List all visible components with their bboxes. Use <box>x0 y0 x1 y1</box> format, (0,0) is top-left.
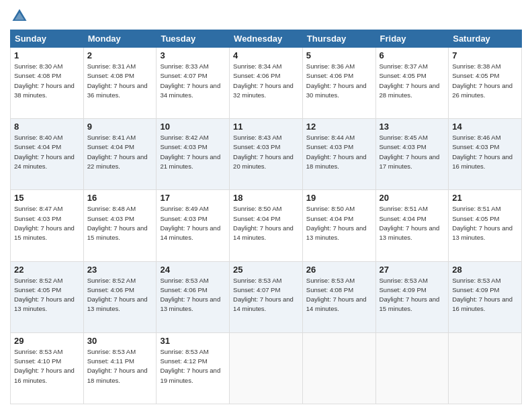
calendar-cell: 22Sunrise: 8:52 AMSunset: 4:05 PMDayligh… <box>11 261 84 332</box>
day-info: Sunrise: 8:51 AMSunset: 4:04 PMDaylight:… <box>380 204 445 242</box>
day-number: 27 <box>380 265 445 275</box>
calendar-week-row: 8Sunrise: 8:40 AMSunset: 4:04 PMDaylight… <box>11 119 522 190</box>
day-info: Sunrise: 8:50 AMSunset: 4:04 PMDaylight:… <box>306 204 372 242</box>
day-number: 8 <box>14 122 80 132</box>
calendar-cell: 7Sunrise: 8:38 AMSunset: 4:05 PMDaylight… <box>449 48 522 119</box>
day-info: Sunrise: 8:53 AMSunset: 4:06 PMDaylight:… <box>160 276 226 314</box>
calendar-week-row: 15Sunrise: 8:47 AMSunset: 4:03 PMDayligh… <box>11 190 522 261</box>
calendar-cell: 4Sunrise: 8:34 AMSunset: 4:06 PMDaylight… <box>230 48 303 119</box>
day-info: Sunrise: 8:34 AMSunset: 4:06 PMDaylight:… <box>233 62 299 100</box>
day-info: Sunrise: 8:53 AMSunset: 4:07 PMDaylight:… <box>233 276 299 314</box>
day-info: Sunrise: 8:51 AMSunset: 4:05 PMDaylight:… <box>452 204 518 242</box>
day-number: 11 <box>233 122 299 132</box>
day-info: Sunrise: 8:53 AMSunset: 4:09 PMDaylight:… <box>452 276 518 314</box>
day-number: 20 <box>380 193 445 203</box>
calendar-cell: 6Sunrise: 8:37 AMSunset: 4:05 PMDaylight… <box>375 48 449 119</box>
calendar-cell: 26Sunrise: 8:53 AMSunset: 4:08 PMDayligh… <box>302 261 375 332</box>
day-header-thursday: Thursday <box>302 30 375 48</box>
day-info: Sunrise: 8:30 AMSunset: 4:08 PMDaylight:… <box>14 62 80 100</box>
day-header-sunday: Sunday <box>11 30 84 48</box>
day-number: 31 <box>160 336 226 346</box>
calendar-cell: 3Sunrise: 8:33 AMSunset: 4:07 PMDaylight… <box>157 48 230 119</box>
day-header-wednesday: Wednesday <box>230 30 303 48</box>
calendar-cell: 15Sunrise: 8:47 AMSunset: 4:03 PMDayligh… <box>11 190 84 261</box>
day-info: Sunrise: 8:37 AMSunset: 4:05 PMDaylight:… <box>380 62 445 100</box>
day-number: 16 <box>87 193 153 203</box>
day-number: 4 <box>233 50 299 60</box>
day-info: Sunrise: 8:31 AMSunset: 4:08 PMDaylight:… <box>87 62 153 100</box>
calendar-cell: 9Sunrise: 8:41 AMSunset: 4:04 PMDaylight… <box>83 119 157 190</box>
calendar-cell: 29Sunrise: 8:53 AMSunset: 4:10 PMDayligh… <box>11 332 84 404</box>
calendar-cell: 18Sunrise: 8:50 AMSunset: 4:04 PMDayligh… <box>230 190 303 261</box>
day-header-tuesday: Tuesday <box>157 30 230 48</box>
calendar-cell: 2Sunrise: 8:31 AMSunset: 4:08 PMDaylight… <box>83 48 157 119</box>
calendar-cell: 8Sunrise: 8:40 AMSunset: 4:04 PMDaylight… <box>11 119 84 190</box>
day-number: 6 <box>380 50 445 60</box>
day-info: Sunrise: 8:46 AMSunset: 4:03 PMDaylight:… <box>452 133 518 171</box>
day-number: 21 <box>452 193 518 203</box>
day-number: 10 <box>160 122 226 132</box>
day-info: Sunrise: 8:53 AMSunset: 4:10 PMDaylight:… <box>14 347 80 385</box>
day-number: 26 <box>306 265 372 275</box>
day-number: 12 <box>306 122 372 132</box>
logo-icon <box>10 7 29 26</box>
calendar-cell: 27Sunrise: 8:53 AMSunset: 4:09 PMDayligh… <box>375 261 449 332</box>
calendar-cell: 17Sunrise: 8:49 AMSunset: 4:03 PMDayligh… <box>157 190 230 261</box>
day-info: Sunrise: 8:53 AMSunset: 4:09 PMDaylight:… <box>380 276 445 314</box>
calendar-table: SundayMondayTuesdayWednesdayThursdayFrid… <box>10 30 522 404</box>
day-info: Sunrise: 8:41 AMSunset: 4:04 PMDaylight:… <box>87 133 153 171</box>
day-info: Sunrise: 8:53 AMSunset: 4:11 PMDaylight:… <box>87 347 153 385</box>
day-info: Sunrise: 8:44 AMSunset: 4:03 PMDaylight:… <box>306 133 372 171</box>
calendar-cell: 10Sunrise: 8:42 AMSunset: 4:03 PMDayligh… <box>157 119 230 190</box>
calendar-cell <box>302 332 375 404</box>
day-number: 30 <box>87 336 153 346</box>
header <box>10 7 522 26</box>
logo <box>10 7 32 26</box>
day-number: 1 <box>14 50 80 60</box>
day-info: Sunrise: 8:38 AMSunset: 4:05 PMDaylight:… <box>452 62 518 100</box>
day-info: Sunrise: 8:49 AMSunset: 4:03 PMDaylight:… <box>160 204 226 242</box>
day-number: 9 <box>87 122 153 132</box>
day-info: Sunrise: 8:52 AMSunset: 4:05 PMDaylight:… <box>14 276 80 314</box>
day-number: 13 <box>380 122 445 132</box>
calendar-cell <box>449 332 522 404</box>
calendar-cell: 16Sunrise: 8:48 AMSunset: 4:03 PMDayligh… <box>83 190 157 261</box>
calendar-cell: 19Sunrise: 8:50 AMSunset: 4:04 PMDayligh… <box>302 190 375 261</box>
calendar-cell: 31Sunrise: 8:53 AMSunset: 4:12 PMDayligh… <box>157 332 230 404</box>
calendar-week-row: 1Sunrise: 8:30 AMSunset: 4:08 PMDaylight… <box>11 48 522 119</box>
calendar-cell: 25Sunrise: 8:53 AMSunset: 4:07 PMDayligh… <box>230 261 303 332</box>
calendar-cell: 23Sunrise: 8:52 AMSunset: 4:06 PMDayligh… <box>83 261 157 332</box>
day-info: Sunrise: 8:53 AMSunset: 4:08 PMDaylight:… <box>306 276 372 314</box>
day-info: Sunrise: 8:48 AMSunset: 4:03 PMDaylight:… <box>87 204 153 242</box>
calendar-cell: 20Sunrise: 8:51 AMSunset: 4:04 PMDayligh… <box>375 190 449 261</box>
calendar-cell: 14Sunrise: 8:46 AMSunset: 4:03 PMDayligh… <box>449 119 522 190</box>
calendar-cell: 1Sunrise: 8:30 AMSunset: 4:08 PMDaylight… <box>11 48 84 119</box>
day-info: Sunrise: 8:52 AMSunset: 4:06 PMDaylight:… <box>87 276 153 314</box>
calendar-cell: 28Sunrise: 8:53 AMSunset: 4:09 PMDayligh… <box>449 261 522 332</box>
day-header-monday: Monday <box>83 30 157 48</box>
day-number: 3 <box>160 50 226 60</box>
calendar-cell <box>230 332 303 404</box>
calendar-week-row: 22Sunrise: 8:52 AMSunset: 4:05 PMDayligh… <box>11 261 522 332</box>
day-number: 18 <box>233 193 299 203</box>
day-number: 29 <box>14 336 80 346</box>
day-info: Sunrise: 8:43 AMSunset: 4:03 PMDaylight:… <box>233 133 299 171</box>
calendar-header-row: SundayMondayTuesdayWednesdayThursdayFrid… <box>11 30 522 48</box>
calendar-cell <box>375 332 449 404</box>
day-info: Sunrise: 8:45 AMSunset: 4:03 PMDaylight:… <box>380 133 445 171</box>
day-info: Sunrise: 8:53 AMSunset: 4:12 PMDaylight:… <box>160 347 226 385</box>
day-number: 2 <box>87 50 153 60</box>
calendar-cell: 11Sunrise: 8:43 AMSunset: 4:03 PMDayligh… <box>230 119 303 190</box>
day-header-friday: Friday <box>375 30 449 48</box>
day-info: Sunrise: 8:40 AMSunset: 4:04 PMDaylight:… <box>14 133 80 171</box>
day-number: 7 <box>452 50 518 60</box>
calendar-cell: 13Sunrise: 8:45 AMSunset: 4:03 PMDayligh… <box>375 119 449 190</box>
calendar-cell: 30Sunrise: 8:53 AMSunset: 4:11 PMDayligh… <box>83 332 157 404</box>
day-number: 15 <box>14 193 80 203</box>
day-info: Sunrise: 8:42 AMSunset: 4:03 PMDaylight:… <box>160 133 226 171</box>
day-number: 23 <box>87 265 153 275</box>
day-info: Sunrise: 8:50 AMSunset: 4:04 PMDaylight:… <box>233 204 299 242</box>
day-info: Sunrise: 8:47 AMSunset: 4:03 PMDaylight:… <box>14 204 80 242</box>
day-number: 14 <box>452 122 518 132</box>
day-number: 24 <box>160 265 226 275</box>
